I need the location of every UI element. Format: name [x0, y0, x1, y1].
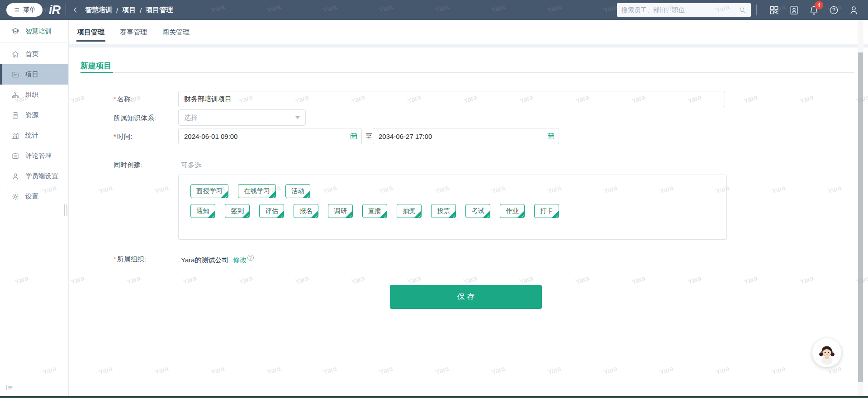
create-option-tag[interactable]: 投票 [431, 204, 456, 218]
organization-edit-link[interactable]: 修改 [233, 256, 247, 264]
chevron-left-icon [71, 6, 80, 14]
end-time-field [373, 128, 559, 144]
clipboard-icon [11, 111, 19, 119]
tag-row-1: 面授学习在线学习活动 [190, 184, 310, 198]
page-title: 新建项目 [81, 61, 111, 71]
qr-code-icon [769, 5, 779, 15]
sidebar-item-label: 设置 [25, 192, 38, 201]
main-content: 项目管理 赛事管理 闯关管理 新建项目 名称: 所属知识体系: 选择 时间: [69, 20, 868, 396]
knowledge-system-select[interactable]: 选择 [178, 109, 306, 126]
organization-name: Yara的测试公司 [181, 256, 229, 264]
time-label: 时间: [114, 133, 181, 141]
scrollbar-thumb[interactable] [858, 52, 863, 382]
start-time-input[interactable] [178, 128, 362, 144]
bar-chart-icon [11, 132, 19, 140]
multi-select-hint: 可多选 [181, 161, 201, 170]
organization-label: 所属组织: [114, 255, 181, 264]
notification-badge: 4 [815, 1, 823, 9]
start-time-field [178, 128, 362, 144]
notifications-button[interactable]: 4 [806, 2, 822, 18]
create-option-tag[interactable]: 调研 [328, 204, 353, 218]
create-option-tag[interactable]: 作业 [500, 204, 525, 218]
tab-competition-management[interactable]: 赛事管理 [119, 20, 148, 44]
create-option-tag[interactable]: 评估 [259, 204, 284, 218]
sidebar-item-projects[interactable]: 项目 [0, 64, 68, 85]
sidebar-item-smart-training[interactable]: 智慧培训 [0, 20, 68, 43]
sidebar-item-label: 项目 [25, 70, 38, 79]
breadcrumb: 智慧培训/项目/项目管理 [85, 6, 173, 14]
sidebar-item-student-settings[interactable]: 学员端设置 [0, 166, 68, 186]
assistant-avatar-button[interactable] [812, 338, 841, 367]
profile-button[interactable] [845, 2, 862, 18]
create-option-tag[interactable]: 直播 [362, 204, 387, 218]
knowledge-system-placeholder: 选择 [184, 114, 198, 122]
breadcrumb-item[interactable]: 智慧培训 [85, 6, 112, 14]
qr-code-button[interactable] [766, 2, 782, 18]
tab-separator-band [69, 44, 868, 47]
top-bar: 菜单 iR 智慧培训/项目/项目管理 [0, 0, 868, 20]
menu-button[interactable]: 菜单 [6, 3, 43, 17]
global-search-input[interactable] [621, 6, 739, 14]
help-tooltip-icon[interactable]: ? [247, 255, 254, 261]
app-logo[interactable]: iR [49, 3, 60, 17]
contacts-icon [789, 5, 799, 15]
scrollbar-track [858, 20, 863, 396]
organization-value: Yara的测试公司修改? [181, 255, 254, 265]
create-together-label: 同时创建: [114, 161, 181, 170]
breadcrumb-item[interactable]: 项目 [122, 6, 136, 14]
create-option-tag[interactable]: 抽奖 [397, 204, 422, 218]
sidebar-item-label: 评论管理 [25, 152, 52, 160]
sidebar-item-home[interactable]: 首页 [0, 44, 68, 64]
tag-row-2: 通知签到评估报名调研直播抽奖投票考试作业打卡 [190, 204, 559, 218]
breadcrumb-item[interactable]: 项目管理 [146, 6, 173, 14]
create-option-tag[interactable]: 打卡 [534, 204, 559, 218]
sidebar-items: 智慧培训首页项目组织资源统计评论管理学员端设置设置 [0, 20, 68, 207]
time-range-separator: 至 [365, 133, 372, 141]
help-icon [829, 5, 839, 15]
collapse-sidebar-button[interactable] [5, 384, 14, 393]
app-window: 菜单 iR 智慧培训/项目/项目管理 [0, 0, 868, 398]
global-search [617, 3, 751, 17]
back-button[interactable] [71, 6, 80, 14]
contacts-button[interactable] [786, 2, 802, 18]
sidebar-item-statistics[interactable]: 统计 [0, 125, 68, 146]
project-name-input[interactable] [178, 91, 725, 107]
breadcrumb-separator: / [140, 6, 142, 14]
calendar-icon[interactable] [350, 132, 358, 140]
save-button[interactable]: 保 存 [390, 285, 542, 309]
sidebar-resize-handle[interactable] [64, 204, 67, 216]
create-option-tag[interactable]: 活动 [285, 184, 310, 198]
menu-button-label: 菜单 [23, 6, 36, 14]
sidebar-item-label: 统计 [25, 131, 38, 140]
sidebar-item-comment-management[interactable]: 评论管理 [0, 146, 68, 166]
knowledge-system-label: 所属知识体系: [114, 114, 181, 123]
end-time-input[interactable] [373, 128, 559, 144]
section-title-underline [81, 72, 113, 73]
tab-level-management[interactable]: 闯关管理 [161, 20, 190, 44]
student-icon [11, 172, 19, 180]
sidebar-item-label: 智慧培训 [25, 27, 52, 36]
calendar-icon[interactable] [547, 132, 555, 140]
header-divider [66, 5, 66, 15]
user-icon [849, 5, 859, 15]
help-button[interactable] [825, 2, 842, 18]
search-icon[interactable] [739, 6, 746, 14]
create-option-tag[interactable]: 面授学习 [190, 184, 228, 198]
create-option-tag[interactable]: 在线学习 [238, 184, 276, 198]
create-option-tag[interactable]: 签到 [225, 204, 250, 218]
chevron-down-icon [295, 116, 300, 119]
tab-bar: 项目管理 赛事管理 闯关管理 [69, 20, 868, 44]
sidebar-item-settings[interactable]: 设置 [0, 186, 68, 207]
create-option-tag[interactable]: 考试 [465, 204, 490, 218]
sidebar-item-organization[interactable]: 组织 [0, 85, 68, 105]
sidebar-item-resources[interactable]: 资源 [0, 105, 68, 125]
gear-icon [11, 193, 19, 201]
create-option-tag[interactable]: 报名 [294, 204, 318, 218]
assistant-girl-avatar [815, 341, 839, 365]
menu-icon [13, 7, 20, 14]
tab-project-management[interactable]: 项目管理 [76, 20, 105, 44]
sidebar-item-label: 首页 [25, 50, 38, 58]
create-option-tag[interactable]: 通知 [190, 204, 215, 218]
header-divider [756, 5, 757, 15]
org-chart-icon [11, 91, 19, 99]
